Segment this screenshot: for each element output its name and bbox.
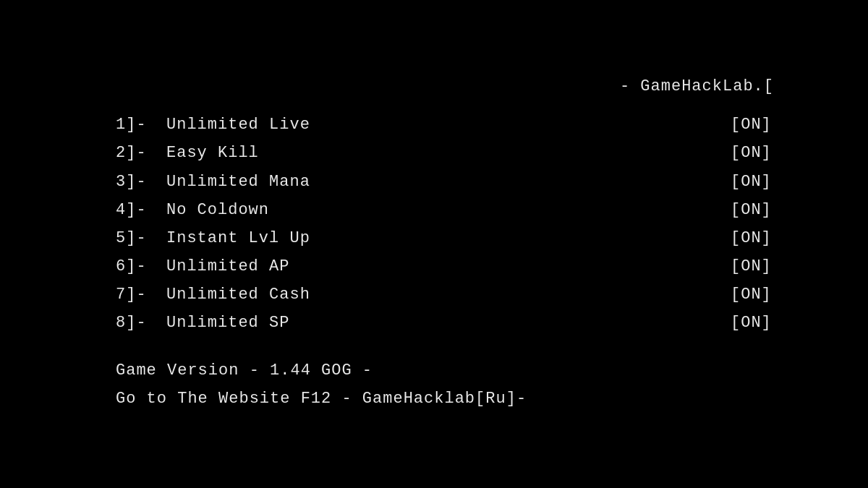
cheat-row: 3]-Unlimited Mana[ON] bbox=[116, 169, 774, 194]
cheat-number: 5]- bbox=[116, 226, 166, 251]
website-line: Go to The Website F12 - GameHacklab[Ru]- bbox=[116, 386, 774, 411]
header-brand: - GameHackLab.[ bbox=[116, 74, 774, 99]
cheat-row: 7]-Unlimited Cash[ON] bbox=[116, 282, 774, 307]
cheat-status: [ON] bbox=[731, 112, 774, 137]
cheat-row: 6]-Unlimited AP[ON] bbox=[116, 254, 774, 279]
cheat-status: [ON] bbox=[731, 197, 774, 223]
cheat-name: Easy Kill bbox=[166, 140, 731, 166]
cheat-row: 1]-Unlimited Live[ON] bbox=[116, 112, 774, 137]
cheat-row: 2]-Easy Kill[ON] bbox=[116, 140, 774, 166]
cheat-name: No Coldown bbox=[166, 197, 731, 223]
cheat-status: [ON] bbox=[731, 254, 774, 279]
cheat-row: 4]-No Coldown[ON] bbox=[116, 197, 774, 223]
cheat-status: [ON] bbox=[731, 169, 774, 194]
cheat-name: Instant Lvl Up bbox=[166, 226, 731, 251]
content-area: - GameHackLab.[ 1]-Unlimited Live[ON]2]-… bbox=[0, 52, 868, 436]
cheat-number: 6]- bbox=[116, 254, 166, 279]
cheat-status: [ON] bbox=[731, 310, 774, 335]
cheat-number: 7]- bbox=[116, 282, 166, 307]
cheat-row: 5]-Instant Lvl Up[ON] bbox=[116, 226, 774, 251]
cheat-name: Unlimited AP bbox=[166, 254, 731, 279]
cheat-row: 8]-Unlimited SP[ON] bbox=[116, 310, 774, 335]
cheat-name: Unlimited Mana bbox=[166, 169, 731, 194]
cheat-status: [ON] bbox=[731, 282, 774, 307]
cheat-number: 8]- bbox=[116, 310, 166, 335]
cheats-list: 1]-Unlimited Live[ON]2]-Easy Kill[ON]3]-… bbox=[116, 112, 774, 336]
cheat-status: [ON] bbox=[731, 140, 774, 166]
version-line: Game Version - 1.44 GOG - bbox=[116, 358, 774, 383]
cheat-name: Unlimited SP bbox=[166, 310, 731, 335]
cheat-status: [ON] bbox=[731, 226, 774, 251]
cheat-number: 4]- bbox=[116, 197, 166, 223]
cheat-name: Unlimited Live bbox=[166, 112, 731, 137]
screen: - GameHackLab.[ 1]-Unlimited Live[ON]2]-… bbox=[0, 0, 868, 488]
footer: Game Version - 1.44 GOG - Go to The Webs… bbox=[116, 358, 774, 411]
cheat-name: Unlimited Cash bbox=[166, 282, 731, 307]
cheat-number: 3]- bbox=[116, 169, 166, 194]
cheat-number: 1]- bbox=[116, 112, 166, 137]
cheat-number: 2]- bbox=[116, 140, 166, 166]
